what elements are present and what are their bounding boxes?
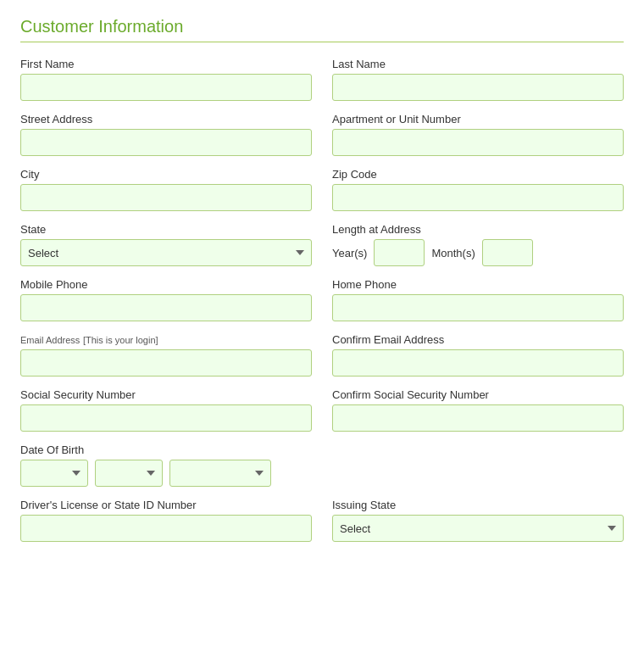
city-input[interactable] <box>20 184 312 211</box>
home-phone-group: Home Phone <box>332 278 624 321</box>
apt-unit-label: Apartment or Unit Number <box>332 113 624 125</box>
city-label: City <box>20 168 312 181</box>
dob-label: Date Of Birth <box>20 443 312 456</box>
driver-license-input[interactable] <box>20 515 312 542</box>
home-phone-label: Home Phone <box>332 278 624 291</box>
confirm-ssn-group: Confirm Social Security Number <box>332 388 624 432</box>
street-address-group: Street Address <box>20 113 312 156</box>
zip-code-input[interactable] <box>332 184 624 211</box>
confirm-email-label: Confirm Email Address <box>332 333 624 346</box>
apt-unit-group: Apartment or Unit Number <box>332 113 624 156</box>
dob-spacer <box>332 443 624 487</box>
length-at-address-group: Length at Address Year(s) Month(s) <box>332 223 624 266</box>
mobile-phone-group: Mobile Phone <box>20 278 312 321</box>
confirm-ssn-input[interactable] <box>332 404 624 432</box>
street-address-input[interactable] <box>20 129 312 156</box>
first-name-group: First Name <box>20 58 312 101</box>
email-address-group: Email Address [This is your login] <box>20 333 312 376</box>
years-input[interactable] <box>374 239 425 266</box>
months-input[interactable] <box>482 239 533 266</box>
page-title: Customer Information <box>20 17 624 42</box>
email-note: [This is your login] <box>83 335 158 345</box>
confirm-email-group: Confirm Email Address <box>332 333 624 376</box>
zip-code-group: Zip Code <box>332 168 624 211</box>
email-address-label: Email Address [This is your login] <box>20 333 312 346</box>
mobile-phone-input[interactable] <box>20 294 312 321</box>
dob-group: Date Of Birth 01 02 03 04 05 06 07 08 09… <box>20 443 312 487</box>
email-address-input[interactable] <box>20 349 312 376</box>
state-select[interactable]: Select SelectALAKAZARCACOCTDEFLGAHIIDILI… <box>20 239 312 266</box>
first-name-input[interactable] <box>20 74 312 101</box>
last-name-label: Last Name <box>332 58 624 70</box>
last-name-input[interactable] <box>332 74 624 101</box>
ssn-input[interactable] <box>20 404 312 432</box>
driver-license-group: Driver's License or State ID Number <box>20 499 312 542</box>
last-name-group: Last Name <box>332 58 624 101</box>
dob-month-select[interactable]: 01 02 03 04 05 06 07 08 09 10 11 12 <box>20 460 88 487</box>
state-label: State <box>20 223 312 236</box>
dob-day-select[interactable]: 01 02 03 04 05 10 15 20 25 31 <box>95 460 163 487</box>
driver-license-label: Driver's License or State ID Number <box>20 499 312 511</box>
mobile-phone-label: Mobile Phone <box>20 278 312 291</box>
issuing-state-select[interactable]: Select AL AK AZ CA FL NY TX <box>332 515 624 542</box>
issuing-state-group: Issuing State Select AL AK AZ CA FL NY T… <box>332 499 624 542</box>
months-label: Month(s) <box>431 247 475 259</box>
home-phone-input[interactable] <box>332 294 624 321</box>
state-group: State Select SelectALAKAZARCACOCTDEFLGAH… <box>20 223 312 266</box>
apt-unit-input[interactable] <box>332 129 624 156</box>
length-at-address-label: Length at Address <box>332 223 624 236</box>
ssn-label: Social Security Number <box>20 388 312 401</box>
years-label: Year(s) <box>332 247 367 259</box>
dob-year-select[interactable]: 2005 2000 1995 1990 1985 1980 1975 1970 … <box>169 460 271 487</box>
confirm-email-input[interactable] <box>332 349 624 376</box>
first-name-label: First Name <box>20 58 312 70</box>
confirm-ssn-label: Confirm Social Security Number <box>332 388 624 401</box>
ssn-group: Social Security Number <box>20 388 312 432</box>
city-group: City <box>20 168 312 211</box>
issuing-state-label: Issuing State <box>332 499 624 511</box>
street-address-label: Street Address <box>20 113 312 125</box>
zip-code-label: Zip Code <box>332 168 624 181</box>
